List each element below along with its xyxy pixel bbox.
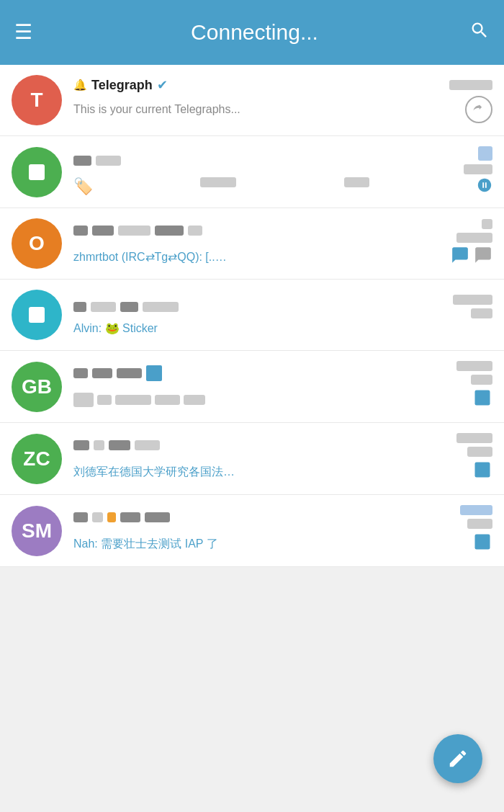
name-blurred-7d [120, 512, 140, 522]
name-blurred-3c [118, 226, 150, 236]
avatar-7: SM [12, 506, 62, 556]
chat-item-7[interactable]: SM Nah: 需要壮士去测试 IAP 了 [0, 495, 504, 567]
time-blurred-5b [471, 375, 492, 385]
avatar-5: GB [12, 362, 62, 412]
name-blurred-3a [73, 226, 88, 236]
name-blurred-4b [91, 302, 116, 312]
chat-item-2[interactable]: 🏷️ [0, 136, 504, 208]
app-title: Connecting... [40, 20, 469, 45]
avatar-telegraph: T [12, 75, 62, 125]
avatar-3: O [12, 218, 62, 269]
blue-icon-2 [477, 177, 492, 197]
name-blurred-2a [73, 156, 91, 166]
name-blurred-5c [117, 368, 142, 378]
time-area-telegraph [449, 80, 492, 90]
name-blurred-3b [92, 226, 114, 236]
name-blurred-4a [73, 302, 86, 312]
preview-4: Alvin: 🐸 Sticker [73, 321, 492, 335]
name-blurred-7b [92, 512, 103, 522]
row-meta-3 [456, 219, 492, 243]
row-meta-7 [460, 505, 492, 529]
muted-icon: 🔔 [73, 79, 87, 92]
time-blurred-4b [471, 308, 492, 318]
share-button[interactable] [465, 96, 492, 123]
search-icon[interactable] [469, 20, 490, 45]
time-blurred-3 [482, 219, 492, 229]
preview-7: Nah: 需要壮士去测试 IAP 了 [73, 537, 467, 552]
chat-content-2: 🏷️ [73, 146, 492, 197]
preview-telegraph: This is your current Telegraphs... [73, 103, 459, 116]
preview-blurred-5e [184, 395, 205, 405]
blue-icon-6 [472, 460, 492, 484]
time-blurred-5 [456, 361, 492, 371]
name-blurred-3e [188, 226, 202, 236]
blue-icon-3b [474, 246, 492, 269]
preview-6: 刘德军在德国大学研究各国法… [73, 465, 467, 480]
chat-item-4[interactable]: Alvin: 🐸 Sticker [0, 280, 504, 351]
chat-item-3[interactable]: O zhmrtbot (IRC⇄Tg⇄QQ): [..… [0, 208, 504, 280]
chat-content-7: Nah: 需要壮士去测试 IAP 了 [73, 505, 492, 556]
name-blurred-2b [96, 156, 121, 166]
chat-content-telegraph: 🔔 Telegraph ✔ This is your current Teleg… [73, 77, 492, 123]
avatar-2 [12, 147, 62, 197]
name-blurred-6d [135, 440, 160, 450]
chat-item-telegraph[interactable]: T 🔔 Telegraph ✔ This is your current Tel… [0, 65, 504, 136]
chat-content-6: 刘德军在德国大学研究各国法… [73, 433, 492, 484]
name-blurred-7c [107, 512, 116, 522]
unread-7 [460, 505, 492, 515]
time-blurred-3b [456, 233, 492, 243]
row-meta-4 [453, 295, 492, 318]
preview-blurred-5d [155, 395, 180, 405]
name-blurred-7a [73, 512, 88, 522]
menu-icon[interactable]: ☰ [14, 22, 32, 43]
chat-content-3: zhmrtbot (IRC⇄Tg⇄QQ): [..… [73, 219, 492, 269]
preview-blurred-5a [73, 393, 94, 407]
chat-content-4: Alvin: 🐸 Sticker [73, 295, 492, 335]
avatar-6: ZC [12, 434, 62, 484]
svg-rect-1 [475, 463, 490, 478]
row-meta-2 [464, 146, 492, 174]
preview-blurred-5b [97, 395, 112, 405]
name-blurred-5a [73, 368, 88, 378]
row-meta-6 [456, 433, 492, 457]
top-bar: ☰ Connecting... [0, 0, 504, 65]
blue-icon-7 [472, 532, 492, 556]
preview-blurred-2 [200, 177, 236, 187]
name-blurred-3d [155, 226, 184, 236]
chat-item-6[interactable]: ZC 刘德军在德国大学研究各国法… [0, 423, 504, 495]
preview-blurred-2b [344, 177, 369, 187]
time-blurred-2 [464, 164, 492, 174]
chat-name-telegraph: Telegraph [91, 78, 153, 93]
time-blurred-6b [467, 447, 492, 457]
name-blurred-4c [120, 302, 138, 312]
name-blurred-4d [143, 302, 179, 312]
preview-3: zhmrtbot (IRC⇄Tg⇄QQ): [..… [73, 250, 445, 264]
time-blurred-7 [467, 519, 492, 529]
compose-fab[interactable] [433, 734, 482, 783]
time-blurred-6 [456, 433, 492, 443]
preview-blurred-5c [115, 395, 151, 405]
chat-list: T 🔔 Telegraph ✔ This is your current Tel… [0, 65, 504, 567]
avatar-4 [12, 290, 62, 340]
verified-badge-telegraph: ✔ [157, 77, 168, 93]
time-blurred [449, 80, 492, 90]
name-blurred-5b [92, 368, 112, 378]
chat-content-5 [73, 361, 492, 412]
emoji-2: 🏷️ [73, 177, 93, 196]
blue-icon-5 [472, 388, 492, 412]
blue-square-5 [146, 365, 162, 381]
blue-icon-3 [451, 246, 469, 269]
time-blurred-4 [453, 295, 492, 305]
name-blurred-6a [73, 440, 89, 450]
name-blurred-6c [109, 440, 130, 450]
unread-2 [478, 146, 492, 161]
svg-rect-0 [475, 391, 490, 406]
name-blurred-7e [145, 512, 170, 522]
row-meta-5 [456, 361, 492, 385]
chat-item-5[interactable]: GB [0, 351, 504, 423]
svg-rect-2 [475, 535, 490, 550]
name-blurred-6b [94, 440, 104, 450]
